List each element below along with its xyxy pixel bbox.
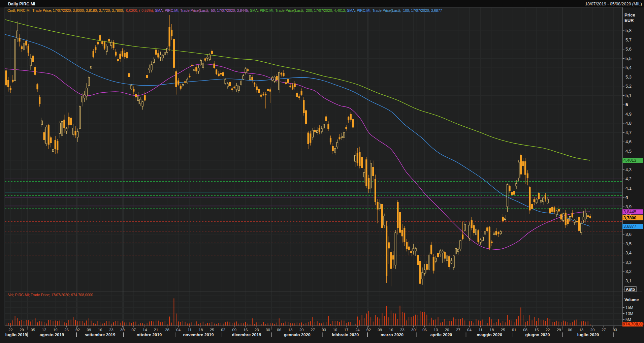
svg-text:11: 11 [188,328,192,332]
svg-text:30: 30 [120,328,125,332]
svg-text:5,2: 5,2 [625,84,632,89]
svg-text:novembre 2019: novembre 2019 [183,333,214,337]
svg-text:25: 25 [501,328,505,332]
svg-text:Cndl; PIRC.MI; Trade Price; 17: Cndl; PIRC.MI; Trade Price; 17/07/2020; … [7,8,442,12]
svg-text:09: 09 [378,328,382,332]
svg-text:17: 17 [344,328,349,332]
svg-text:3,1: 3,1 [625,278,632,283]
svg-text:16: 16 [244,328,248,332]
svg-text:24: 24 [355,328,360,332]
svg-text:29: 29 [557,328,561,332]
svg-text:02: 02 [366,328,371,332]
svg-text:3,4: 3,4 [625,250,632,255]
svg-text:3,3: 3,3 [625,260,632,265]
svg-text:4,9: 4,9 [625,112,632,117]
svg-text:giugno 2020: giugno 2020 [525,333,550,337]
svg-text:5,6: 5,6 [625,46,632,52]
svg-text:18/07/2019 - 05/08/2020 (MIL): 18/07/2019 - 05/08/2020 (MIL) [585,2,642,6]
svg-text:3,8445: 3,8445 [623,210,636,214]
svg-text:06: 06 [422,328,427,332]
svg-text:gennaio 2020: gennaio 2020 [284,333,310,337]
svg-text:4,7: 4,7 [625,130,632,135]
svg-text:3,6877: 3,6877 [623,224,636,229]
svg-text:25: 25 [210,328,214,332]
svg-text:5,8: 5,8 [625,28,632,33]
svg-text:3,5: 3,5 [625,241,632,246]
svg-text:dicembre 2019: dicembre 2019 [232,333,261,337]
svg-text:08: 08 [523,328,527,332]
svg-text:01: 01 [512,328,516,332]
svg-text:5,7: 5,7 [625,37,632,42]
svg-text:marzo 2020: marzo 2020 [381,333,404,337]
svg-text:20: 20 [299,328,304,332]
svg-text:4: 4 [625,195,628,200]
svg-text:3,7800: 3,7800 [623,216,636,220]
svg-text:06: 06 [568,328,572,332]
svg-text:10: 10 [333,328,337,332]
svg-text:23: 23 [109,328,114,332]
svg-text:4,4013: 4,4013 [623,158,636,163]
svg-text:3,9: 3,9 [625,204,632,209]
svg-text:luglio 2020: luglio 2020 [577,333,599,337]
svg-text:28: 28 [165,328,169,332]
svg-text:974.708,00: 974.708,00 [623,322,644,326]
svg-text:settembre 2019: settembre 2019 [85,333,115,337]
svg-text:15: 15 [535,328,539,332]
svg-text:18: 18 [199,328,203,332]
svg-text:05: 05 [31,328,35,332]
svg-text:febbraio 2020: febbraio 2020 [332,333,359,337]
svg-text:Vol; PIRC.MI; Trade Price; 17/: Vol; PIRC.MI; Trade Price; 17/07/2020; 9… [8,293,93,297]
svg-text:5M: 5M [625,317,631,322]
svg-text:agosto 2019: agosto 2019 [40,333,64,337]
svg-text:4,6: 4,6 [625,139,632,144]
svg-text:3,2: 3,2 [625,269,632,274]
svg-text:13: 13 [433,328,438,332]
svg-text:aprile 2020: aprile 2020 [430,333,452,337]
svg-text:21: 21 [154,328,158,332]
svg-text:Daily PIRC.MI: Daily PIRC.MI [8,2,35,6]
svg-text:16: 16 [98,328,102,332]
svg-text:11: 11 [479,328,483,332]
svg-text:5: 5 [625,102,628,107]
svg-text:Price: Price [624,12,635,18]
svg-text:5,3: 5,3 [625,74,632,80]
svg-text:03: 03 [322,328,326,332]
svg-text:Volume: Volume [624,298,639,302]
svg-text:23: 23 [255,328,259,332]
svg-text:4,5: 4,5 [625,149,632,154]
svg-text:4,8: 4,8 [625,121,632,126]
svg-text:03: 03 [613,328,617,332]
svg-text:02: 02 [221,328,225,332]
svg-text:4,1: 4,1 [625,186,632,191]
svg-text:04: 04 [467,328,472,332]
svg-text:20: 20 [590,328,595,332]
svg-text:maggio 2020: maggio 2020 [477,333,502,337]
svg-text:EUR: EUR [624,18,634,23]
svg-text:5,4: 5,4 [625,65,632,70]
svg-text:29: 29 [20,328,24,332]
svg-text:15M: 15M [625,305,633,310]
svg-text:09: 09 [232,328,236,332]
svg-text:13: 13 [579,328,583,332]
svg-text:4,2: 4,2 [625,176,632,181]
svg-text:19: 19 [53,328,58,332]
svg-text:5,5: 5,5 [625,56,632,61]
svg-text:09: 09 [87,328,91,332]
svg-text:27: 27 [311,328,315,332]
svg-text:07: 07 [131,328,136,332]
svg-text:luglio 2019: luglio 2019 [5,333,27,337]
svg-text:22: 22 [546,328,550,332]
svg-text:13: 13 [288,328,293,332]
svg-text:10M: 10M [625,311,633,316]
svg-text:02: 02 [75,328,80,332]
svg-text:Auto: Auto [626,287,635,292]
svg-text:30: 30 [266,328,270,332]
svg-text:30: 30 [411,328,416,332]
svg-text:27: 27 [602,328,606,332]
svg-text:20: 20 [445,328,449,332]
svg-text:22: 22 [8,328,13,332]
svg-text:27: 27 [456,328,460,332]
svg-text:3,6: 3,6 [625,232,632,237]
svg-text:16: 16 [389,328,393,332]
svg-text:26: 26 [64,328,69,332]
